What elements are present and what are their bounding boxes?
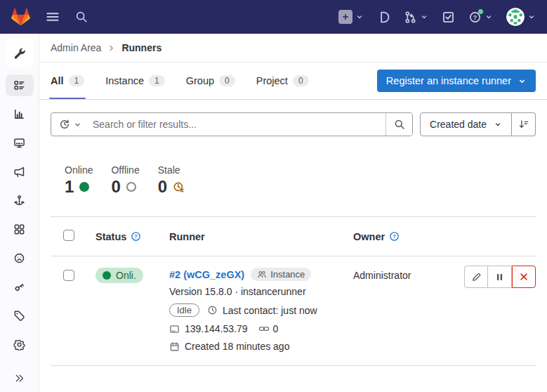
stat-label: Offline — [111, 164, 139, 176]
job-state-badge: Idle — [169, 303, 199, 317]
select-all-checkbox[interactable] — [63, 230, 74, 241]
online-dot-icon — [103, 271, 111, 280]
notification-dot — [478, 9, 483, 14]
sidebar-item-settings[interactable] — [6, 334, 34, 355]
jobs-count: 0 — [273, 323, 279, 334]
register-button-label: Register an instance runner — [386, 75, 511, 86]
search-input[interactable] — [88, 113, 385, 136]
chevron-down-icon — [527, 13, 536, 21]
search-history-dropdown[interactable] — [51, 113, 88, 136]
main-content: Admin Area Runners All 1 Instance 1 Grou… — [39, 34, 547, 392]
chevron-down-icon — [355, 13, 364, 21]
status-help-icon[interactable]: ? — [131, 231, 141, 242]
merge-requests-button[interactable] — [404, 11, 428, 24]
edit-runner-button[interactable] — [464, 266, 488, 288]
register-instance-runner-button[interactable]: Register an instance runner — [377, 70, 536, 92]
tab-label: All — [51, 75, 64, 86]
owner-help-icon[interactable]: ? — [389, 231, 400, 242]
runners-table: Status ? Runner Owner ? — [51, 216, 536, 366]
sidebar-item-monitoring[interactable] — [6, 132, 34, 154]
pause-runner-button[interactable] — [488, 266, 512, 288]
sidebar-item-credentials[interactable] — [6, 276, 34, 298]
link-chain-icon — [258, 323, 270, 334]
issues-icon — [377, 11, 390, 24]
type-badge-text: Instance — [270, 269, 305, 280]
sidebar-nav — [6, 74, 34, 355]
monitor-icon — [13, 137, 25, 149]
tab-label: Project — [256, 75, 288, 86]
tab-count-badge: 1 — [69, 75, 85, 86]
chevron-down-icon — [420, 13, 428, 21]
sidebar-expand-button[interactable] — [0, 373, 39, 384]
sort-descending-icon — [518, 119, 529, 130]
filter-bar: Created date — [51, 112, 536, 136]
delete-runner-button[interactable] — [512, 266, 536, 288]
pencil-icon — [471, 272, 482, 282]
sidebar-item-overview[interactable] — [6, 74, 34, 96]
breadcrumb-current: Runners — [121, 42, 162, 53]
new-menu-button[interactable] — [338, 10, 364, 24]
runner-ip: 139.144.53.79 — [185, 323, 248, 334]
tab-label: Instance — [105, 75, 144, 86]
status-badge-text: Onli... — [116, 270, 136, 281]
clock-icon — [207, 305, 218, 315]
column-header-status: Status — [95, 231, 126, 242]
anchor-hook-icon — [13, 195, 25, 207]
sidebar-item-abuse-reports[interactable] — [6, 247, 34, 269]
last-contact-text: Last contact: just now — [223, 305, 317, 316]
hamburger-icon — [45, 9, 60, 25]
sidebar-item-messages[interactable] — [6, 161, 34, 183]
chevron-down-icon — [485, 13, 493, 21]
tab-group[interactable]: Group 0 — [186, 63, 235, 99]
stat-value: 0 — [158, 178, 167, 196]
tab-count-badge: 1 — [149, 75, 165, 86]
chevron-down-icon — [518, 77, 527, 86]
hamburger-menu-button[interactable] — [45, 9, 60, 25]
help-menu-button[interactable]: ? — [468, 11, 493, 24]
sort-direction-button[interactable] — [512, 112, 536, 136]
runner-name-link[interactable]: #2 (wCG_zeGX) — [169, 269, 244, 280]
svg-text:?: ? — [393, 234, 396, 240]
runner-row: Onli... #2 (wCG_zeGX) Instance — [51, 256, 536, 366]
chevron-right-icon — [107, 44, 115, 52]
sort-controls: Created date — [420, 112, 536, 136]
sidebar-item-analytics[interactable] — [6, 103, 34, 125]
todo-check-icon — [442, 11, 455, 24]
sidebar-item-applications[interactable] — [6, 218, 34, 240]
sidebar-item-ci-hooks[interactable] — [6, 190, 34, 211]
pause-icon — [495, 273, 504, 282]
stat-online: Online 1 — [65, 164, 93, 196]
stat-label: Stale — [158, 164, 185, 176]
tab-project[interactable]: Project 0 — [256, 63, 309, 99]
global-search-button[interactable] — [75, 11, 88, 23]
host-computer-icon — [169, 324, 180, 334]
admin-sidebar — [0, 34, 39, 392]
sidebar-item-labels[interactable] — [6, 305, 34, 327]
offline-status-icon — [126, 182, 136, 192]
column-header-runner: Runner — [169, 231, 205, 242]
tab-count-badge: 0 — [219, 75, 235, 86]
help-icon: ? — [468, 11, 482, 24]
tab-all[interactable]: All 1 — [51, 63, 84, 99]
svg-text:?: ? — [134, 234, 138, 240]
key-icon — [13, 281, 25, 293]
gitlab-logo-icon[interactable] — [11, 8, 30, 26]
sidebar-item-admin-area[interactable] — [6, 39, 34, 67]
select-row-checkbox[interactable] — [63, 270, 74, 281]
chevron-down-icon — [74, 121, 81, 129]
tab-instance[interactable]: Instance 1 — [105, 63, 165, 99]
sort-by-dropdown[interactable]: Created date — [420, 112, 512, 136]
plus-icon — [338, 10, 352, 24]
tab-count-badge: 0 — [293, 75, 309, 86]
user-menu-button[interactable] — [506, 8, 536, 26]
runner-created-text: Created 18 minutes ago — [185, 341, 289, 352]
search-icon — [394, 119, 405, 130]
search-submit-button[interactable] — [385, 113, 412, 136]
todos-button[interactable] — [442, 11, 455, 24]
gitlab-admin-runners-page: ? — [0, 0, 547, 392]
issues-button[interactable] — [377, 11, 390, 24]
runner-type-badge: Instance — [251, 268, 311, 281]
column-header-owner: Owner — [353, 231, 385, 242]
history-clock-icon — [59, 119, 70, 130]
breadcrumb-admin-area-link[interactable]: Admin Area — [51, 42, 101, 53]
